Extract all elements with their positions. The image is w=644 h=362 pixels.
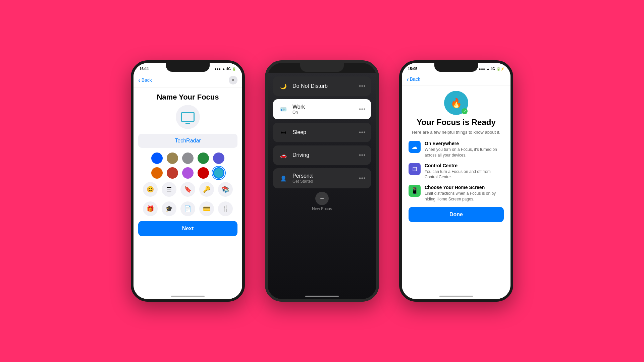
icon-fork[interactable]: 🍴 (218, 201, 233, 216)
icon-bookmark[interactable]: 🔖 (180, 182, 195, 197)
color-red2[interactable] (198, 167, 209, 179)
p3-main-content: 🔥 ✓ Your Focus is Ready Here are a few h… (402, 85, 511, 228)
color-blue[interactable] (151, 153, 163, 164)
feature-home-screen: 📱 Choose Your Home Screen Limit distract… (409, 185, 504, 202)
driving-icon: 🚗 (278, 150, 288, 160)
focus-item-personal[interactable]: 👤 Personal Get Started ••• (273, 168, 371, 188)
time-1: 16:11 (140, 67, 149, 71)
close-icon-1: × (232, 78, 234, 82)
phone-1: 16:11 ●●● ▲ 4G 🔋 Back × Name Your Focus … (131, 60, 245, 302)
focus-item-work[interactable]: 🪪 Work On ••• (273, 99, 371, 119)
color-picker-row1 (138, 153, 237, 164)
icon-document[interactable]: 📄 (180, 201, 195, 216)
work-icon: 🪪 (278, 104, 288, 114)
personal-more-icon[interactable]: ••• (359, 175, 366, 181)
app-icon-glyph: 🔥 (450, 98, 462, 109)
back-chevron-1 (138, 77, 141, 83)
control-centre-text: Control Centre You can turn a Focus on a… (425, 163, 504, 180)
home-screen-text: Choose Your Home Screen Limit distractio… (425, 185, 504, 202)
ready-subtitle: Here are a few helpful things to know ab… (409, 129, 504, 135)
add-focus-button[interactable]: + (315, 192, 329, 205)
work-more-icon[interactable]: ••• (359, 106, 366, 112)
close-button-1[interactable]: × (229, 76, 237, 84)
network-1: ▲ 4G (222, 67, 231, 71)
driving-name: Driving (292, 152, 359, 158)
done-button[interactable]: Done (409, 207, 504, 222)
work-text: Work On (292, 104, 359, 115)
p1-nav-header: Back × (133, 73, 242, 87)
back-label-1: Back (142, 77, 152, 83)
battery-1: 🔋 (232, 67, 236, 71)
phone-2: 🌙 Do Not Disturb ••• 🪪 Work On ••• 🛏 (265, 60, 379, 302)
signal-1: ●●● (215, 67, 221, 71)
work-status: On (292, 110, 359, 115)
notch-2 (300, 63, 344, 72)
time-3: 15:05 (408, 67, 417, 71)
on-everywhere-desc: When you turn on a Focus, it's turned on… (425, 147, 504, 158)
on-everywhere-text: On Everywhere When you turn on a Focus, … (425, 141, 504, 158)
next-button[interactable]: Next (138, 221, 237, 236)
icon-picker-row2: 🎁 🎓 📄 💳 🍴 (138, 201, 237, 216)
feature-on-everywhere: ☁ On Everywhere When you turn on a Focus… (409, 141, 504, 158)
back-chevron-3 (407, 76, 409, 82)
focus-name-input[interactable]: TechRadar (138, 134, 237, 148)
personal-text: Personal Get Started (292, 173, 359, 184)
home-screen-desc: Limit distractions when a Focus is on by… (425, 191, 504, 202)
sleep-name: Sleep (292, 129, 359, 135)
icon-gift[interactable]: 🎁 (143, 201, 158, 216)
icon-picker-row1: 😊 ☰ 🔖 🔑 📚 (138, 182, 237, 197)
personal-name: Personal (292, 173, 359, 179)
icon-card[interactable]: 💳 (199, 201, 214, 216)
notch-1 (166, 63, 210, 72)
status-icons-1: ●●● ▲ 4G 🔋 (215, 67, 236, 71)
p3-nav-header: Back (402, 73, 511, 85)
color-teal[interactable] (213, 167, 224, 179)
color-orange[interactable] (151, 167, 163, 179)
focus-item-driving[interactable]: 🚗 Driving ••• (273, 145, 371, 165)
back-label-3: Back (410, 76, 420, 82)
sleep-more-icon[interactable]: ••• (359, 129, 366, 135)
driving-text: Driving (292, 152, 359, 158)
dnd-name: Do Not Disturb (292, 83, 359, 89)
dnd-icon: 🌙 (278, 81, 288, 91)
color-gray[interactable] (182, 153, 194, 164)
home-screen-title: Choose Your Home Screen (425, 185, 504, 190)
color-picker-row2 (138, 167, 237, 179)
icon-books[interactable]: 📚 (218, 182, 233, 197)
home-indicator-2 (305, 296, 339, 297)
focus-item-sleep[interactable]: 🛏 Sleep ••• (273, 123, 371, 142)
feature-control-centre: ⊟ Control Centre You can turn a Focus on… (409, 163, 504, 180)
focus-item-dnd[interactable]: 🌙 Do Not Disturb ••• (273, 76, 371, 96)
icon-emoji[interactable]: 😊 (143, 182, 158, 197)
icon-graduation[interactable]: 🎓 (162, 201, 176, 216)
on-everywhere-icon: ☁ (409, 141, 421, 153)
color-tan[interactable] (167, 153, 178, 164)
icon-list[interactable]: ☰ (162, 182, 176, 197)
color-indigo[interactable] (213, 153, 224, 164)
color-green[interactable] (198, 153, 209, 164)
color-purple[interactable] (182, 167, 194, 179)
color-red1[interactable] (167, 167, 178, 179)
home-indicator-3 (439, 296, 473, 297)
driving-more-icon[interactable]: ••• (359, 152, 366, 158)
dnd-text: Do Not Disturb (292, 83, 359, 89)
focus-list-screen: 🌙 Do Not Disturb ••• 🪪 Work On ••• 🛏 (268, 73, 376, 299)
dnd-more-icon[interactable]: ••• (359, 83, 366, 89)
icon-key[interactable]: 🔑 (199, 182, 214, 197)
notch-3 (434, 63, 478, 72)
ready-title: Your Focus is Ready (409, 118, 504, 127)
checkmark-badge: ✓ (462, 108, 468, 114)
control-centre-icon: ⊟ (409, 163, 421, 175)
control-centre-title: Control Centre (425, 163, 504, 168)
back-button-3[interactable]: Back (407, 76, 420, 82)
screen-1: Back × Name Your Focus TechRadar (133, 73, 242, 299)
network-3: ▲ 4G (486, 67, 495, 71)
status-icons-3: ●●● ▲ 4G 🔋⚡ (479, 67, 504, 71)
work-name: Work (292, 104, 359, 110)
home-screen-icon: 📱 (409, 185, 421, 197)
control-centre-desc: You can turn a Focus on and off from Con… (425, 169, 504, 180)
battery-3: 🔋⚡ (496, 67, 504, 71)
on-everywhere-title: On Everywhere (425, 141, 504, 146)
back-button-1[interactable]: Back (138, 77, 152, 83)
personal-status: Get Started (292, 179, 359, 184)
